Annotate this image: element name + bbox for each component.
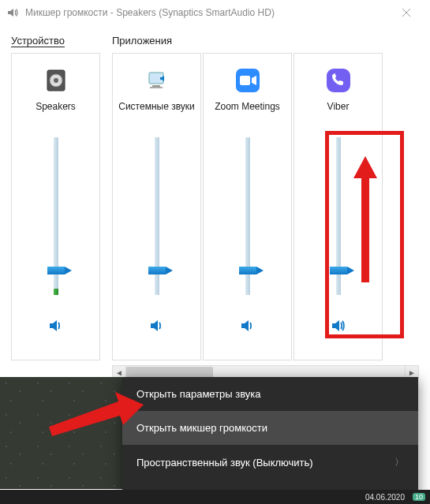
window-title: Микшер громкости - Speakers (Synaptics S… <box>25 7 388 18</box>
titlebar: Микшер громкости - Speakers (Synaptics S… <box>0 0 430 25</box>
menu-item-sound-settings[interactable]: Открыть параметры звука <box>122 377 418 411</box>
svg-point-2 <box>54 78 58 83</box>
svg-rect-8 <box>327 69 350 92</box>
tray-date: 04.06.2020 <box>365 493 405 502</box>
device-mute-button[interactable] <box>47 317 65 334</box>
svg-rect-4 <box>152 85 160 87</box>
speaker-icon <box>6 6 19 19</box>
menu-item-label: Открыть микшер громкости <box>136 422 267 434</box>
app-tile-system-sounds: Системные звуки <box>112 53 201 360</box>
apps-section-label: Приложения <box>112 35 419 47</box>
app-mute-button[interactable] <box>148 317 166 334</box>
system-tray: 04.06.2020 10 <box>0 490 430 504</box>
device-volume-slider[interactable] <box>47 137 65 295</box>
tray-notification-badge[interactable]: 10 <box>413 493 425 501</box>
app-name: Zoom Meetings <box>211 101 283 126</box>
app-volume-slider[interactable] <box>329 137 348 295</box>
viber-icon[interactable] <box>324 63 353 98</box>
app-tile-viber: Viber <box>294 53 383 360</box>
svg-rect-5 <box>150 87 163 88</box>
app-volume-slider[interactable] <box>148 137 166 295</box>
menu-item-label: Открыть параметры звука <box>136 388 261 400</box>
device-name: Speakers <box>32 101 79 126</box>
app-name: Системные звуки <box>115 101 197 126</box>
device-section-label: Устройство <box>11 35 104 47</box>
menu-item-spatial-sound[interactable]: Пространственный звук (Выключить) 〉 <box>122 445 418 480</box>
menu-item-volume-mixer[interactable]: Открыть микшер громкости <box>122 411 418 445</box>
app-name: Viber <box>324 101 353 126</box>
app-volume-slider[interactable] <box>238 137 257 295</box>
zoom-icon[interactable] <box>234 63 262 98</box>
scrollbar-thumb[interactable] <box>126 367 213 378</box>
speakers-device-icon[interactable] <box>43 63 69 98</box>
system-sounds-icon[interactable] <box>143 63 171 98</box>
app-mute-button[interactable] <box>239 317 256 334</box>
menu-item-label: Пространственный звук (Выключить) <box>136 457 313 469</box>
app-tile-zoom: Zoom Meetings <box>203 53 292 360</box>
sound-context-menu: Открыть параметры звука Открыть микшер г… <box>122 377 418 504</box>
chevron-right-icon: 〉 <box>394 456 404 469</box>
svg-rect-7 <box>240 76 250 85</box>
app-mute-button[interactable] <box>330 317 347 334</box>
device-tile: Speakers <box>11 53 100 360</box>
desktop-background <box>0 377 122 489</box>
close-button[interactable] <box>388 1 424 24</box>
